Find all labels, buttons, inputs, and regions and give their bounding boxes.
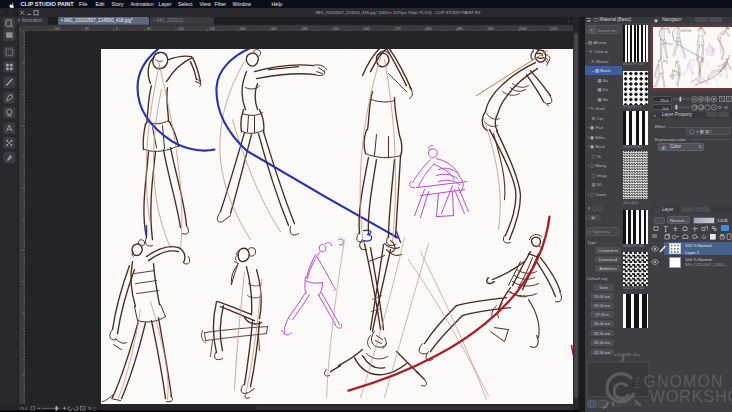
svg-text:1040: 1040 bbox=[519, 26, 527, 30]
svg-text:80: 80 bbox=[147, 26, 151, 30]
svg-text:1120: 1120 bbox=[550, 26, 557, 30]
svg-text:0: 0 bbox=[116, 26, 118, 30]
svg-text:⇅ ▢: ⇅ ▢ bbox=[88, 405, 96, 410]
svg-text:960: 960 bbox=[488, 26, 494, 30]
svg-text:240: 240 bbox=[209, 26, 215, 30]
svg-text:800: 800 bbox=[426, 26, 432, 30]
svg-text:480: 480 bbox=[302, 26, 308, 30]
svg-text:160: 160 bbox=[178, 26, 184, 30]
svg-text:560: 560 bbox=[333, 26, 339, 30]
svg-text:640: 640 bbox=[364, 26, 370, 30]
svg-text:880: 880 bbox=[457, 26, 463, 30]
svg-text:140: 140 bbox=[54, 26, 60, 30]
svg-text:320: 320 bbox=[240, 26, 246, 30]
svg-text:80: 80 bbox=[85, 26, 89, 30]
svg-text:75.0: 75.0 bbox=[20, 405, 29, 410]
svg-text:WORKSHOP: WORKSHOP bbox=[650, 387, 732, 405]
svg-text:THE: THE bbox=[633, 375, 640, 389]
svg-text:720: 720 bbox=[395, 26, 401, 30]
svg-text:400: 400 bbox=[271, 26, 277, 30]
